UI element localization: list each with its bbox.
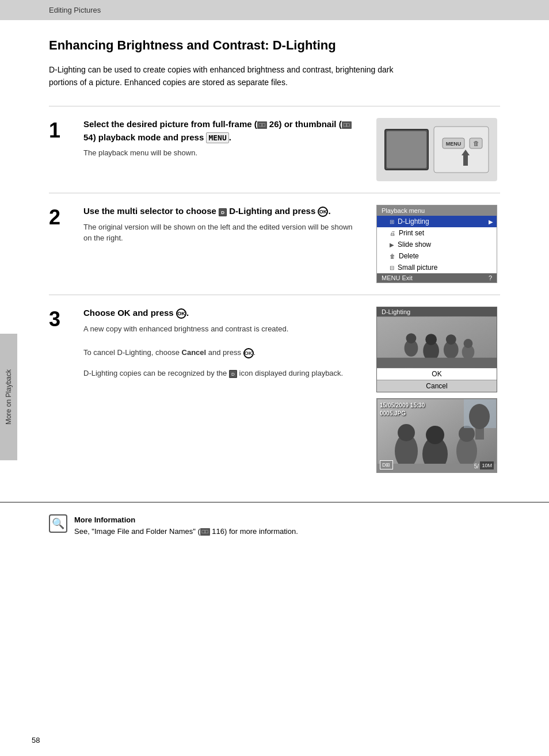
step-3-content: Choose OK and press OK. A new copy with … xyxy=(83,307,362,473)
thumbnail-dlighting-icon: D⊞ xyxy=(380,460,393,469)
step-2-number: 2 xyxy=(49,205,72,283)
menu-item-delete[interactable]: 🗑 Delete xyxy=(377,250,497,262)
playback-menu-header: Playback menu xyxy=(377,205,497,216)
page-title: Enhancing Brightness and Contrast: D-Lig… xyxy=(49,37,500,54)
svg-point-22 xyxy=(398,424,415,441)
ok-circle-btn-4: OK xyxy=(243,348,254,358)
playback-menu-footer-label: MENU Exit xyxy=(382,274,413,281)
dlighting-cancel-button[interactable]: Cancel xyxy=(377,380,497,392)
more-info-desc: See, "Image File and Folder Names" (□□ 1… xyxy=(74,526,298,537)
dlighting-dialog-header: D-Lighting xyxy=(377,307,497,316)
book-ref-54: □□ xyxy=(342,121,352,129)
step-1-image: MENU 🗑 xyxy=(373,118,500,181)
step-2-content: Use the multi selector to choose D D-Lig… xyxy=(83,205,362,283)
svg-point-26 xyxy=(459,426,475,442)
thumbnail-counter: 5/ xyxy=(474,463,479,469)
svg-text:🗑: 🗑 xyxy=(473,140,479,147)
svg-point-18 xyxy=(464,339,473,348)
dlighting-dialog: D-Lighting xyxy=(376,307,497,392)
menu-item-delete-label: Delete xyxy=(399,252,419,260)
step-3-heading: Choose OK and press OK. xyxy=(83,307,362,320)
step-3-note: D-Lighting copies can be recognized by t… xyxy=(83,368,362,379)
ok-circle-btn-3: OK xyxy=(176,308,186,319)
dlighting-preview-image xyxy=(377,316,497,368)
menu-item-slideshow[interactable]: ▶ Slide show xyxy=(377,239,497,250)
dlighting-ok-button[interactable]: OK xyxy=(377,368,497,380)
dlighting-preview-svg xyxy=(377,316,497,368)
step-3-images-container: D-Lighting xyxy=(376,307,497,473)
camera-buttons-svg: MENU 🗑 xyxy=(376,118,497,181)
book-ref-26: □□ xyxy=(257,121,267,129)
step-2-subtext: The original version will be shown on th… xyxy=(83,222,362,244)
thumbnail-playback: 15/05/2009 15:30 0005.JPG D⊞ 5/ 10M xyxy=(376,398,497,473)
menu-key: MENU xyxy=(206,132,228,143)
svg-point-24 xyxy=(426,426,444,444)
svg-point-16 xyxy=(446,335,456,345)
playback-menu-box: Playback menu ⊞ D-Lighting ▶ 🖨 Print set… xyxy=(376,205,497,283)
svg-point-14 xyxy=(425,334,437,346)
smallpic-menu-icon: ⊟ xyxy=(390,265,394,271)
top-bar-label: Editing Pictures xyxy=(49,6,101,14)
step-3-subtext2: To cancel D-Lighting, choose Cancel and … xyxy=(83,347,362,358)
thumbnail-quality-icon: 10M xyxy=(480,461,494,469)
svg-rect-1 xyxy=(434,127,489,173)
dlighting-menu-icon: ⊞ xyxy=(390,219,394,225)
step-1-content: Select the desired picture from full-fra… xyxy=(83,118,362,181)
svg-point-12 xyxy=(406,334,417,344)
step-3-number: 3 xyxy=(49,307,72,473)
menu-item-dlighting[interactable]: ⊞ D-Lighting ▶ xyxy=(377,216,497,227)
menu-arrow: ▶ xyxy=(489,219,493,225)
playback-menu-footer: MENU Exit ? xyxy=(377,273,497,282)
printset-menu-icon: 🖨 xyxy=(390,230,395,236)
intro-text: D-Lighting can be used to create copies … xyxy=(49,63,406,89)
bottom-info-section: 🔍 More Information See, "Image File and … xyxy=(0,502,549,548)
menu-item-dlighting-label: D-Lighting xyxy=(398,217,429,226)
thumbnail-datetime: 15/05/2009 15:30 xyxy=(380,402,425,408)
step-2-image: Playback menu ⊞ D-Lighting ▶ 🖨 Print set… xyxy=(373,205,500,283)
thumbnail-filename: 0005.JPG xyxy=(380,410,406,417)
slideshow-menu-icon: ▶ xyxy=(390,242,394,248)
menu-item-smallpicture-label: Small picture xyxy=(398,264,437,272)
svg-text:MENU: MENU xyxy=(446,141,462,147)
side-tab-text: More on Playback xyxy=(5,369,13,425)
delete-menu-icon: 🗑 xyxy=(390,253,395,259)
step-1-heading: Select the desired picture from full-fra… xyxy=(83,118,362,144)
svg-rect-19 xyxy=(377,358,497,368)
menu-item-smallpicture[interactable]: ⊟ Small picture xyxy=(377,262,497,273)
side-tab: More on Playback xyxy=(0,334,17,460)
step-3: 3 Choose OK and press OK. A new copy wit… xyxy=(49,295,500,484)
menu-item-printset-label: Print set xyxy=(399,229,424,237)
menu-item-printset[interactable]: 🖨 Print set xyxy=(377,227,497,239)
step-3-images: D-Lighting xyxy=(373,307,500,473)
help-icon: ? xyxy=(489,274,492,281)
svg-rect-9 xyxy=(387,131,426,168)
book-ref-116: □□ xyxy=(200,528,210,536)
dlighting-icon: D xyxy=(219,208,227,216)
step-2-heading: Use the multi selector to choose D D-Lig… xyxy=(83,205,362,218)
main-content: Enhancing Brightness and Contrast: D-Lig… xyxy=(0,20,549,502)
svg-rect-7 xyxy=(463,155,468,166)
page-number: 58 xyxy=(32,736,40,744)
menu-item-slideshow-label: Slide show xyxy=(398,240,431,249)
step-1-number: 1 xyxy=(49,118,72,181)
info-icon-symbol: 🔍 xyxy=(52,517,64,530)
bottom-info-text: More Information See, "Image File and Fo… xyxy=(74,514,298,537)
ok-circle-btn: OK xyxy=(318,207,328,217)
svg-rect-27 xyxy=(378,464,497,473)
step-1: 1 Select the desired picture from full-f… xyxy=(49,106,500,193)
svg-point-30 xyxy=(469,404,490,429)
thumbnail-overlay: 15/05/2009 15:30 0005.JPG xyxy=(380,402,425,418)
dlighting-copy-icon: D xyxy=(229,370,237,378)
more-info-icon: 🔍 xyxy=(49,514,67,533)
top-bar: Editing Pictures xyxy=(0,0,549,20)
more-info-title: More Information xyxy=(74,514,298,526)
step-2: 2 Use the multi selector to choose D D-L… xyxy=(49,193,500,295)
step-1-subtext: The playback menu will be shown. xyxy=(83,147,362,159)
step-3-subtext1: A new copy with enhanced brightness and … xyxy=(83,323,362,335)
